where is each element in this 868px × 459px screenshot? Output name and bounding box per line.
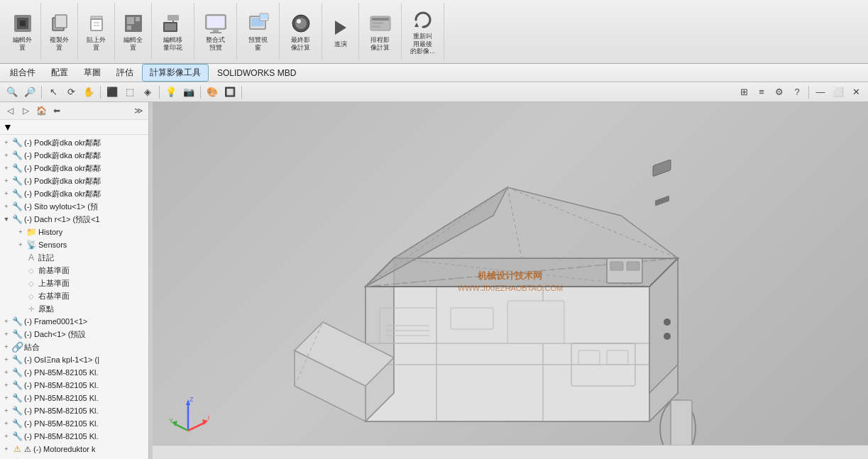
edit-external-button[interactable]: 編輯外置 <box>9 9 37 53</box>
expander-podk4: + <box>1 176 11 186</box>
view-wire-btn[interactable]: ⬚ <box>122 84 138 100</box>
help-btn[interactable]: ? <box>789 84 805 100</box>
menu-layout[interactable]: 配置 <box>44 65 75 81</box>
zoom-out-btn[interactable]: 🔎 <box>22 84 38 100</box>
icon-sensors: 📡 <box>26 239 37 250</box>
zoom-in-btn[interactable]: 🔍 <box>4 84 20 100</box>
3d-model-svg <box>224 116 806 459</box>
tree-item-pn6[interactable]: + 🔧 (-) PN-85M-82105 Kl. <box>0 430 148 443</box>
expander-notes <box>16 253 26 262</box>
tree-item-podk1[interactable]: + 🔧 (-) Podk蔚dka okr鄰鄰 <box>0 136 148 149</box>
feature-tree: + 🔧 (-) Podk蔚dka okr鄰鄰 + 🔧 (-) Podk蔚dka … <box>0 135 148 459</box>
preview-window-button[interactable]: 預覽視窗 <box>244 9 273 53</box>
3d-viewport[interactable]: 机械设计技术网 WWW.JIXIEZHAOBTAO.COM Z X Y <box>153 102 868 459</box>
sep1 <box>41 86 42 99</box>
copy-button[interactable]: 複製外置 <box>45 9 74 53</box>
refresh-last-icon <box>410 7 436 33</box>
combined-preview-button[interactable]: 整合式預覽 <box>202 9 230 53</box>
advance-button[interactable]: 進演 <box>326 13 355 50</box>
final-calc-label: 最終影像計算 <box>291 36 310 52</box>
paste-icon <box>84 11 109 36</box>
tree-item-pn1[interactable]: + 🔧 (-) PN-85M-82105 Kl. <box>0 366 148 379</box>
label-podk4: (-) Podk蔚dka okr鄰鄰 <box>24 176 101 187</box>
refresh-last-button[interactable]: 重新叫用最後的影像... <box>409 6 437 57</box>
menu-solidworks-mbd[interactable]: SOLIDWORKS MBD <box>210 66 303 80</box>
tree-item-history[interactable]: + 📁 History <box>0 226 148 238</box>
batch-calc-button[interactable]: 排程影像計算 <box>366 9 395 53</box>
settings-btn[interactable]: ⚙ <box>771 84 787 100</box>
tree-item-pn2[interactable]: + 🔧 (-) PN-85M-82105 Kl. <box>0 379 148 392</box>
tree-more-btn[interactable]: ≫ <box>131 104 145 118</box>
tree-item-dach1[interactable]: + 🔧 (-) Dach<1> (預設 <box>0 328 148 341</box>
batch-calc-label: 排程影像計算 <box>370 36 390 52</box>
view-shade-btn[interactable]: ◈ <box>140 84 155 100</box>
paste-button[interactable]: 貼上外置 <box>82 9 111 53</box>
tree-item-notes[interactable]: A 註記 <box>0 251 148 264</box>
layers-btn[interactable]: ≡ <box>754 84 769 100</box>
material-btn[interactable]: 🔲 <box>222 84 238 100</box>
label-dach-r: (-) Dach r<1> (預設<1 <box>24 214 100 225</box>
grid-icon-btn[interactable]: ⊞ <box>736 84 752 100</box>
tree-item-top-plane[interactable]: ◇ 上基準面 <box>0 277 148 289</box>
color-wheel-btn[interactable]: 🎨 <box>204 84 220 100</box>
label-sensors: Sensors <box>38 240 67 249</box>
tree-item-mate[interactable]: + 🔗 結合 <box>0 341 148 353</box>
tree-item-podk4[interactable]: + 🔧 (-) Podk蔚dka okr鄰鄰 <box>0 175 148 187</box>
menu-sketch[interactable]: 草圖 <box>77 65 108 81</box>
cursor-btn[interactable]: ↖ <box>45 84 61 100</box>
move-stamp-button[interactable]: 編輯移量印花 <box>159 9 187 53</box>
toolbar-group-preview-window: 預覽視窗 <box>237 3 280 60</box>
svg-text:Z: Z <box>189 396 194 403</box>
tree-item-sito[interactable]: + 🔧 (-) Sito wylotu<1> (預 <box>0 200 148 213</box>
tree-expand-btn[interactable]: ▷ <box>18 104 33 118</box>
filter-icon[interactable]: ▼ <box>3 121 13 133</box>
tree-item-front-plane[interactable]: ◇ 前基準面 <box>0 264 148 277</box>
tree-item-sensors[interactable]: + 📡 Sensors <box>0 238 148 251</box>
tree-item-dach-r[interactable]: ▼ 🔧 (-) Dach r<1> (預設<1 <box>0 213 148 226</box>
tree-item-podk5[interactable]: + 🔧 (-) Podk蔚dka okr鄰鄰 <box>0 187 148 200</box>
menu-assembly[interactable]: 組合件 <box>3 65 43 81</box>
label-front-plane: 前基準面 <box>38 265 70 276</box>
tree-back-btn[interactable]: ⬅ <box>50 104 64 118</box>
expander-sensors: + <box>16 240 26 250</box>
tree-item-podk2[interactable]: + 🔧 (-) Podk蔚dka okr鄰鄰 <box>0 149 148 162</box>
rotate-btn[interactable]: ⟳ <box>63 84 79 100</box>
pan-btn[interactable]: ✋ <box>81 84 97 100</box>
icon-top-plane: ◇ <box>26 277 37 289</box>
close-btn[interactable]: ✕ <box>848 84 864 100</box>
status-bar <box>153 445 868 459</box>
expander-moto: + <box>1 444 11 454</box>
label-frame: (-) Frame0001<1> <box>24 317 87 326</box>
tree-item-moto[interactable]: + ⚠ ⚠ (-) Motoreduktor k <box>0 443 148 455</box>
icon-dach-r: 🔧 <box>11 214 23 225</box>
expander-front-plane <box>16 265 26 275</box>
restore-btn[interactable]: ⬜ <box>830 84 846 100</box>
final-calc-button[interactable]: 最終影像計算 <box>287 9 315 53</box>
tree-collapse-btn[interactable]: ◁ <box>3 104 17 118</box>
label-pn6: (-) PN-85M-82105 Kl. <box>24 432 99 441</box>
edit-all-button[interactable]: 編輯全置 <box>119 9 148 53</box>
minimize-btn[interactable]: — <box>813 84 828 100</box>
tree-item-frame[interactable]: + 🔧 (-) Frame0001<1> <box>0 315 148 328</box>
tree-item-pn3[interactable]: + 🔧 (-) PN-85M-82105 Kl. <box>0 392 148 404</box>
svg-marker-28 <box>335 21 346 35</box>
tree-item-right-plane[interactable]: ◇ 右基準面 <box>0 289 148 302</box>
tree-item-origin[interactable]: ✛ 原點 <box>0 302 148 315</box>
light-btn[interactable]: 💡 <box>163 84 179 100</box>
menu-evaluate[interactable]: 評估 <box>109 65 141 81</box>
toolbar-group-copy: 複製外置 <box>41 3 78 60</box>
tree-item-pn4[interactable]: + 🔧 (-) PN-85M-82105 Kl. <box>0 404 148 417</box>
svg-rect-62 <box>653 160 671 177</box>
tree-home-btn[interactable]: 🏠 <box>34 104 48 118</box>
toolbar-group-move-stamp: 編輯移量印花 <box>152 3 194 60</box>
icon-podk4: 🔧 <box>11 175 23 187</box>
camera-btn[interactable]: 📷 <box>181 84 197 100</box>
toolbar-group-combined-preview: 整合式預覽 <box>194 3 237 60</box>
tree-item-oslona[interactable]: + 🔧 (-) OsΙΞna kpl-1<1> (| <box>0 353 148 366</box>
tree-item-podk3[interactable]: + 🔧 (-) Podk蔚dka okr鄰鄰 <box>0 162 148 175</box>
tree-item-skrzynka[interactable]: + ⚠ ⚠ (-) SKRZYNKA<1> <box>0 455 148 459</box>
icon-skrzynka: ⚠ <box>11 456 23 459</box>
tree-item-pn5[interactable]: + 🔧 (-) PN-85M-82105 Kl. <box>0 417 148 430</box>
view-3d-btn[interactable]: ⬛ <box>104 84 120 100</box>
menu-compute-image-tools[interactable]: 計算影像工具 <box>142 64 209 82</box>
